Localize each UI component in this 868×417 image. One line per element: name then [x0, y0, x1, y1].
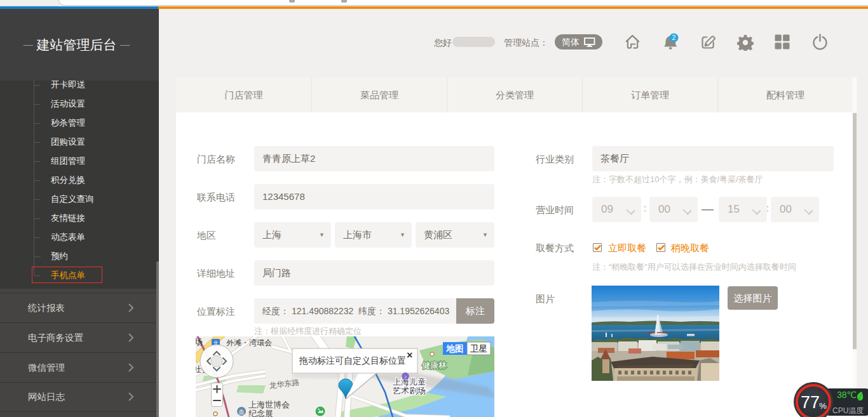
- svg-text:77: 77: [801, 393, 820, 412]
- svg-text:2: 2: [672, 34, 676, 41]
- svg-text:卫星: 卫星: [470, 344, 487, 354]
- svg-text:血: 血: [239, 409, 245, 415]
- svg-text:外滩・湾環会: 外滩・湾環会: [226, 338, 272, 347]
- svg-text:拖动标注可自定义目标位置: 拖动标注可自定义目标位置: [299, 355, 406, 366]
- svg-text:%: %: [819, 401, 827, 411]
- svg-text:场: 场: [196, 337, 203, 347]
- svg-text:38℃: 38℃: [837, 390, 857, 400]
- svg-text:CPU温度: CPU温度: [832, 406, 864, 415]
- svg-text:上海儿童: 上海儿童: [393, 377, 426, 387]
- svg-text:地图: 地图: [446, 344, 464, 354]
- svg-text:×: ×: [407, 350, 412, 361]
- svg-text:健康林: 健康林: [422, 361, 447, 370]
- svg-text:龙华东路: 龙华东路: [269, 378, 300, 390]
- svg-text:纪念展: 纪念展: [248, 409, 273, 417]
- svg-text:♪: ♪: [404, 374, 407, 380]
- svg-text:艺术剧场: 艺术剧场: [393, 386, 426, 395]
- svg-text:上海世博会: 上海世博会: [248, 400, 290, 409]
